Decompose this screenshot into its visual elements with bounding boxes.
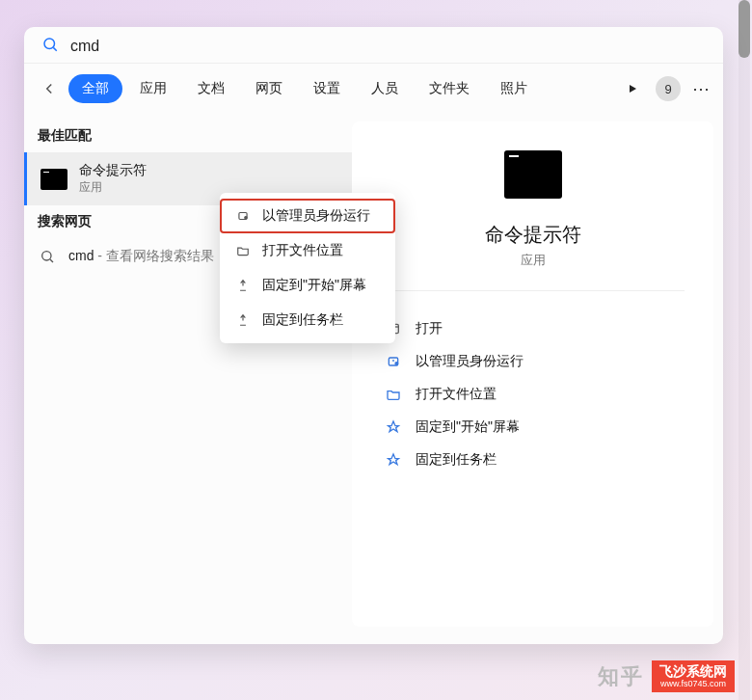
preview-card: 命令提示符 应用 打开 以管理员身份运行 打开文件位置: [352, 121, 713, 627]
tabs-row: 全部 应用 文档 网页 设置 人员 文件夹 照片 9 ⋯: [24, 64, 723, 112]
action-label: 固定到"开始"屏幕: [416, 418, 520, 436]
folder-icon: [235, 244, 251, 257]
tab-folders[interactable]: 文件夹: [416, 74, 483, 103]
action-pin-to-taskbar[interactable]: 固定到任务栏: [381, 444, 685, 476]
folder-icon: [385, 387, 402, 402]
svg-line-1: [53, 47, 56, 50]
svg-point-10: [245, 217, 247, 219]
svg-line-4: [50, 259, 53, 262]
terminal-icon: [40, 169, 67, 190]
more-button[interactable]: ⋯: [690, 77, 713, 100]
context-pin-to-start[interactable]: 固定到"开始"屏幕: [220, 268, 395, 303]
play-button[interactable]: [619, 75, 646, 102]
tab-photos[interactable]: 照片: [487, 74, 541, 103]
pin-icon: [385, 419, 402, 435]
action-label: 打开文件位置: [416, 386, 497, 403]
action-pin-to-start[interactable]: 固定到"开始"屏幕: [381, 411, 685, 444]
action-open-file-location[interactable]: 打开文件位置: [381, 378, 685, 411]
divider: [381, 290, 685, 291]
search-bar: [24, 29, 723, 64]
tab-all[interactable]: 全部: [68, 74, 122, 103]
shield-icon: [235, 209, 251, 223]
tab-web[interactable]: 网页: [242, 74, 296, 103]
content-area: 最佳匹配 命令提示符 应用 搜索网页 cmd - 查看网络搜索结果 命令提示符: [24, 112, 723, 636]
preview-subtitle: 应用: [362, 252, 704, 269]
search-input[interactable]: [70, 38, 706, 55]
context-open-file-location[interactable]: 打开文件位置: [220, 233, 395, 268]
pin-icon: [235, 279, 251, 292]
pin-icon: [235, 313, 251, 327]
tab-people[interactable]: 人员: [358, 74, 412, 103]
action-label: 打开: [416, 320, 443, 337]
tab-documents[interactable]: 文档: [184, 74, 238, 103]
page-scrollbar-track: [739, 0, 750, 700]
brand-watermark: 飞沙系统网 www.fs0745.com: [652, 660, 735, 692]
tab-apps[interactable]: 应用: [126, 74, 180, 103]
best-match-label: 最佳匹配: [24, 120, 352, 152]
context-menu: 以管理员身份运行 打开文件位置 固定到"开始"屏幕 固定到任务栏: [220, 193, 395, 343]
result-subtitle: 应用: [79, 179, 147, 196]
preview-title: 命令提示符: [362, 222, 704, 248]
svg-point-8: [395, 363, 398, 365]
action-label: 固定到任务栏: [416, 451, 497, 469]
tab-settings[interactable]: 设置: [300, 74, 354, 103]
results-column: 最佳匹配 命令提示符 应用 搜索网页 cmd - 查看网络搜索结果: [24, 112, 352, 636]
web-search-text: cmd - 查看网络搜索结果: [68, 248, 214, 265]
back-button[interactable]: [34, 73, 65, 104]
preview-column: 命令提示符 应用 打开 以管理员身份运行 打开文件位置: [352, 112, 723, 636]
terminal-icon: [504, 150, 562, 199]
context-run-as-admin[interactable]: 以管理员身份运行: [220, 199, 395, 233]
svg-marker-2: [630, 85, 636, 93]
page-scrollbar-thumb[interactable]: [739, 0, 750, 58]
context-pin-to-taskbar[interactable]: 固定到任务栏: [220, 303, 395, 337]
zhihu-watermark: 知乎: [598, 662, 644, 691]
action-open[interactable]: 打开: [381, 312, 685, 345]
result-title: 命令提示符: [79, 162, 147, 179]
search-icon: [41, 36, 59, 57]
svg-point-3: [42, 252, 51, 260]
preview-action-list: 打开 以管理员身份运行 打开文件位置 固定到"开始"屏幕: [362, 312, 704, 476]
search-icon: [38, 249, 57, 264]
context-item-label: 打开文件位置: [262, 242, 343, 259]
pin-icon: [385, 452, 402, 468]
notification-badge[interactable]: 9: [656, 76, 681, 101]
svg-point-0: [44, 39, 55, 49]
shield-icon: [385, 354, 402, 369]
action-run-as-admin[interactable]: 以管理员身份运行: [381, 345, 685, 378]
context-item-label: 固定到"开始"屏幕: [262, 277, 366, 294]
watermark: 知乎 飞沙系统网 www.fs0745.com: [598, 660, 735, 692]
context-item-label: 固定到任务栏: [262, 311, 343, 329]
context-item-label: 以管理员身份运行: [262, 207, 370, 225]
filter-tabs: 全部 应用 文档 网页 设置 人员 文件夹 照片: [68, 74, 541, 103]
action-label: 以管理员身份运行: [416, 353, 524, 370]
